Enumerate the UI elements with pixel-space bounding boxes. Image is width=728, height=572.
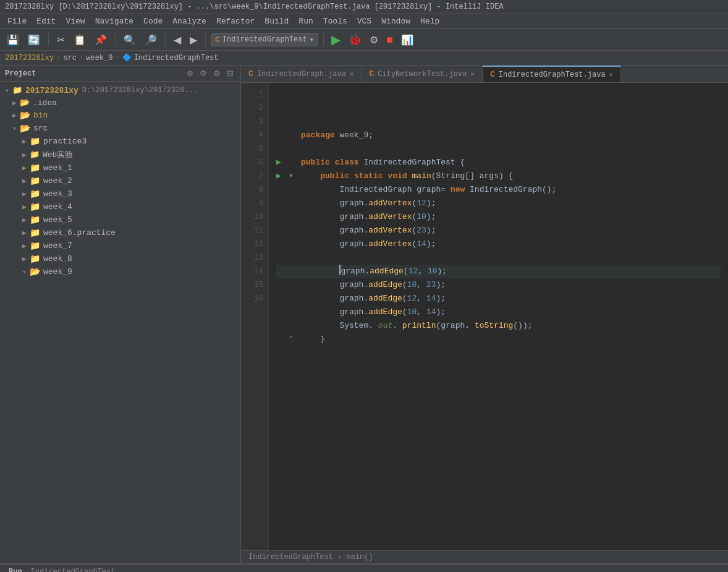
num-10-4: 10: [407, 305, 417, 319]
run-config-dropdown[interactable]: C IndirectedGraphTest ▾: [211, 33, 318, 46]
tab-city-network-test[interactable]: C CityNetworkTest.java ✕: [362, 66, 482, 82]
paste-button[interactable]: 📌: [91, 33, 110, 47]
tree-week6-label: week_6.practice: [43, 228, 116, 237]
menu-item-code[interactable]: Code: [138, 15, 167, 27]
menu-item-edit[interactable]: Edit: [32, 15, 61, 27]
run-gutter-4[interactable]: ▶: [276, 169, 289, 183]
tree-week3-arrow: ▶: [22, 190, 30, 198]
kw-main: main: [412, 169, 431, 183]
tree-week7[interactable]: ▶ 📁 week_7: [0, 239, 240, 252]
kw-addvertex-4: addVertex: [368, 237, 412, 251]
forward-button[interactable]: ▶: [187, 33, 200, 47]
panel-tab-run[interactable]: Run: [5, 566, 26, 572]
bottom-panel: Run IndirectedGraphTest ▶ ▲ ▼ ⏸ ↩ 📌 ⚙ ⊞ …: [0, 563, 728, 572]
tree-week8[interactable]: ▶ 📁 week_8: [0, 252, 240, 265]
tab-indirected-graph-test[interactable]: C IndirectedGraphTest.java ✕: [483, 66, 621, 82]
folder-week6-icon: 📁: [30, 228, 40, 238]
line-num-11: 11: [246, 224, 263, 237]
tree-week8-label: week_8: [43, 254, 72, 263]
tab-close-1[interactable]: ✕: [350, 70, 354, 78]
tree-week6[interactable]: ▶ 📁 week_6.practice: [0, 226, 240, 239]
menu-item-refactor[interactable]: Refactor: [211, 15, 260, 27]
menu-item-navigate[interactable]: Navigate: [90, 15, 138, 27]
file-tree: ▾ 📁 20172328lxy D:\20172328lxy\20172328.…: [0, 82, 240, 563]
sidebar-add-button[interactable]: ⊕: [185, 68, 195, 79]
tree-root-label: 20172328lxy: [25, 86, 78, 95]
menu-item-run[interactable]: Run: [294, 15, 318, 27]
menu-item-file[interactable]: File: [2, 15, 32, 27]
code-line-3: ▶ public class IndirectedGraphTest {: [276, 156, 721, 169]
num-14-3: 14: [426, 305, 436, 319]
tree-week2[interactable]: ▶ 📁 week_2: [0, 174, 240, 187]
tab-indirected-graph[interactable]: C IndirectedGraph.java ✕: [241, 66, 362, 82]
find-button[interactable]: 🔍: [121, 33, 139, 47]
menu-item-analyze[interactable]: Analyze: [167, 15, 211, 27]
sidebar: Project ⊕ ⚙ ⚙ ⊟ ▾ 📁 20172328lxy D:\20172…: [0, 66, 241, 563]
tree-week9[interactable]: ▾ 📂 week_9: [0, 265, 240, 278]
tree-practice3-label: practice3: [43, 137, 87, 146]
code-line-1: package week_9;: [276, 129, 721, 142]
kw-addedge-2: addEdge: [368, 278, 402, 292]
num-10-3: 10: [407, 278, 417, 292]
menu-item-tools[interactable]: Tools: [318, 15, 352, 27]
kw-class: class: [335, 156, 359, 169]
tree-week4[interactable]: ▶ 📁 week_4: [0, 200, 240, 213]
save-button[interactable]: 💾: [4, 33, 22, 47]
kw-void: void: [387, 169, 407, 183]
fold-gutter-4[interactable]: ▾: [289, 169, 301, 183]
folder-week9-icon: 📂: [30, 267, 40, 277]
sidebar-collapse-button[interactable]: ⊟: [225, 68, 235, 79]
menu-item-window[interactable]: Window: [376, 15, 415, 27]
code-line-11: graph. addEdge ( 12 , 10 );: [276, 265, 721, 278]
code-line-15: System. out . println (graph. toString (…: [276, 319, 721, 333]
tree-src[interactable]: ▾ 📂 src: [0, 122, 240, 135]
tab-icon-2: C: [369, 69, 374, 79]
menu-item-view[interactable]: View: [61, 15, 90, 27]
line-num-14: 14: [246, 265, 263, 278]
menu-item-help[interactable]: Help: [415, 15, 444, 27]
back-button[interactable]: ◀: [171, 33, 184, 47]
tree-root[interactable]: ▾ 📁 20172328lxy D:\20172328lxy\20172328.…: [0, 84, 240, 96]
tree-bin[interactable]: ▶ 📂 bin: [0, 109, 240, 122]
tree-week1[interactable]: ▶ 📁 week_1: [0, 161, 240, 174]
tree-week3[interactable]: ▶ 📁 week_3: [0, 187, 240, 200]
tree-week5[interactable]: ▶ 📁 week_5: [0, 213, 240, 226]
copy-button[interactable]: 📋: [70, 33, 89, 47]
tree-bin-label: bin: [33, 111, 48, 120]
menu-item-vcs[interactable]: VCS: [352, 15, 376, 27]
tree-practice3[interactable]: ▶ 📁 practice3: [0, 135, 240, 148]
code-editor[interactable]: 1 2 3 4 5 6 7 8 9 10 11 12 13 14 15 16: [241, 83, 728, 550]
sync-button[interactable]: 🔄: [25, 33, 43, 47]
tree-idea[interactable]: ▶ 📂 .idea: [0, 96, 240, 109]
code-line-12: graph. addEdge ( 10 , 23 );: [276, 278, 721, 292]
sidebar-gear-button[interactable]: ⚙: [211, 68, 222, 79]
bc-root[interactable]: 20172328lxy: [5, 54, 54, 62]
tree-week2-label: week_2: [43, 176, 72, 186]
kw-out: out: [378, 319, 392, 333]
tree-web[interactable]: ▶ 📁 Web实验: [0, 148, 240, 161]
code-line-8: graph. addVertex ( 23 );: [276, 224, 721, 237]
folder-idea-icon: 📂: [20, 98, 30, 108]
fold-end-gutter[interactable]: ⌃: [289, 333, 301, 346]
tree-web-label: Web实验: [43, 149, 73, 160]
run-config-label: IndirectedGraphTest: [222, 35, 307, 44]
sidebar-settings-button[interactable]: ⚙: [198, 68, 209, 79]
cut-button[interactable]: ✂: [54, 33, 68, 47]
tab-close-3[interactable]: ✕: [609, 70, 614, 79]
code-content[interactable]: package week_9; ▶ public class Indirecte…: [269, 83, 728, 550]
replace-button[interactable]: 🔎: [142, 33, 160, 47]
tab-close-2[interactable]: ✕: [470, 70, 475, 78]
run-gutter-3[interactable]: ▶: [276, 156, 289, 169]
bc-week9: week_9: [86, 54, 112, 62]
line-num-5: 5: [246, 142, 263, 156]
run-button[interactable]: ▶: [329, 31, 343, 48]
kw-println: println: [402, 319, 436, 333]
stop-button[interactable]: ■: [384, 32, 396, 48]
debug-button[interactable]: 🐞: [345, 32, 364, 48]
tree-week5-label: week_5: [43, 215, 72, 224]
line-num-10: 10: [246, 210, 263, 224]
coverage-button[interactable]: ⚙: [366, 33, 381, 47]
profile-button[interactable]: 📊: [398, 33, 417, 47]
menu-item-build[interactable]: Build: [260, 15, 294, 27]
editor-tabs: C IndirectedGraph.java ✕ C CityNetworkTe…: [241, 66, 728, 83]
